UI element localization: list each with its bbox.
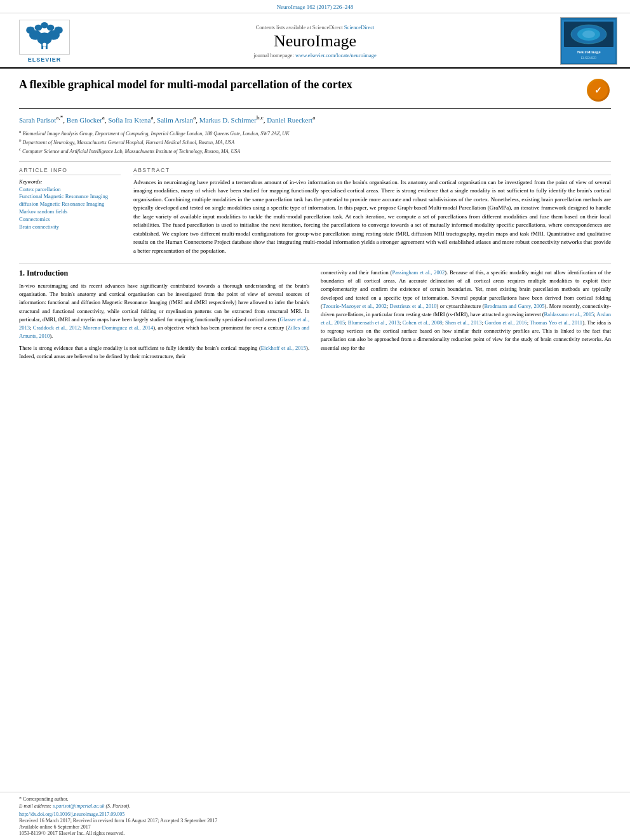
intro-para-2: There is strong evidence that a single m… bbox=[19, 344, 309, 361]
page-footer: * Corresponding author. E-mail address: … bbox=[0, 792, 630, 840]
journal-logo-right: NeuroImage ELSEVIER bbox=[554, 17, 617, 65]
content-area: A flexible graphical model for multi-mod… bbox=[0, 69, 630, 371]
keyword-connectomics[interactable]: Connectomics bbox=[19, 216, 121, 223]
sciencedirect-link[interactable]: ScienceDirect bbox=[344, 24, 375, 30]
article-info: ARTICLE INFO Keywords: Cortex parcellati… bbox=[19, 167, 121, 256]
keyword-mrf[interactable]: Markov random fields bbox=[19, 208, 121, 216]
ref-craddock-2012[interactable]: Craddock et al., 2012 bbox=[33, 324, 80, 331]
article-title-section: A flexible graphical model for multi-mod… bbox=[19, 77, 611, 109]
author-parisot[interactable]: Sarah Parisot bbox=[19, 116, 56, 124]
ref-brodmann-2005[interactable]: Brodmann and Garey, 2005 bbox=[484, 303, 544, 309]
doi-bar: NeuroImage 162 (2017) 226–248 bbox=[0, 0, 630, 13]
authors-line: Sarah Parisota,*, Ben Glockera, Sofia Ir… bbox=[19, 114, 611, 125]
journal-homepage: journal homepage: www.elsevier.com/locat… bbox=[76, 52, 554, 58]
page: NeuroImage 162 (2017) 226–248 bbox=[0, 0, 630, 840]
available-line: Available online 6 September 2017 bbox=[19, 824, 611, 830]
ref-cohen-2008[interactable]: Cohen et al., 2008 bbox=[403, 319, 443, 326]
elsevier-logo: ELSEVIER bbox=[13, 20, 76, 63]
svg-text:NeuroImage: NeuroImage bbox=[577, 50, 600, 55]
crossmark-icon: ✓ bbox=[587, 79, 610, 102]
authors-section: Sarah Parisota,*, Ben Glockera, Sofia Ir… bbox=[19, 114, 611, 125]
keyword-dmri[interactable]: diffusion Magnetic Resonance Imaging bbox=[19, 201, 121, 208]
journal-logo-image: NeuroImage ELSEVIER bbox=[560, 17, 617, 65]
section-title-label: Introduction bbox=[27, 269, 68, 277]
keyword-fmri[interactable]: Functional Magnetic Resonance Imaging bbox=[19, 193, 121, 201]
affiliations: a Biomedical Image Analysis Group, Depar… bbox=[19, 129, 611, 155]
svg-point-5 bbox=[54, 27, 62, 34]
affiliation-c: c Computer Science and Artificial Intell… bbox=[19, 147, 611, 155]
intro-para-3: connectivity and their function (Passing… bbox=[321, 269, 611, 352]
doi-link[interactable]: http://dx.doi.org/10.1016/j.neuroimage.2… bbox=[19, 811, 124, 817]
issn-line: 1053-8119/© 2017 Elsevier Inc. All right… bbox=[19, 830, 611, 836]
svg-point-8 bbox=[41, 22, 48, 29]
homepage-link[interactable]: www.elsevier.com/locate/neuroimage bbox=[295, 52, 377, 58]
doi-footer: http://dx.doi.org/10.1016/j.neuroimage.2… bbox=[19, 811, 611, 817]
elsevier-text: ELSEVIER bbox=[28, 57, 62, 63]
doi-text: NeuroImage 162 (2017) 226–248 bbox=[277, 4, 354, 10]
ref-passingham-2002[interactable]: Passingham et al., 2002 bbox=[392, 269, 445, 276]
crossmark-badge: ✓ bbox=[586, 77, 611, 103]
author-glocker[interactable]: Ben Glocker bbox=[67, 116, 102, 124]
ref-destrieux-2010[interactable]: Destrieux et al., 2010 bbox=[390, 303, 437, 309]
email-footnote: E-mail address: s.parisot@imperial.ac.uk… bbox=[19, 803, 611, 809]
svg-point-9 bbox=[43, 43, 46, 47]
abstract-header: ABSTRACT bbox=[133, 167, 611, 175]
ref-thomasyeo-2011[interactable]: Thomas Yeo et al., 2011 bbox=[530, 319, 582, 326]
contents-line: Contents lists available at ScienceDirec… bbox=[76, 24, 554, 30]
svg-rect-10 bbox=[43, 46, 46, 50]
keywords-label: Keywords: bbox=[19, 178, 121, 185]
email-link[interactable]: s.parisot@imperial.ac.uk bbox=[53, 803, 104, 809]
svg-point-16 bbox=[582, 30, 595, 38]
ref-gordon-2016[interactable]: Gordon et al., 2016 bbox=[485, 319, 526, 326]
article-info-header: ARTICLE INFO bbox=[19, 167, 121, 175]
ref-tzourio-2002[interactable]: Tzourio-Mazoyer et al., 2002 bbox=[323, 303, 387, 309]
received-line: Received 16 March 2017; Received in revi… bbox=[19, 818, 611, 823]
ref-eickhoff-2015[interactable]: Eickhoff et al., 2015 bbox=[261, 345, 306, 351]
abstract-section: ABSTRACT Advances in neuroimaging have p… bbox=[133, 167, 611, 256]
svg-text:ELSEVIER: ELSEVIER bbox=[581, 56, 597, 60]
abstract-text: Advances in neuroimaging have provided a… bbox=[133, 178, 611, 256]
author-ktena[interactable]: Sofia Ira Ktena bbox=[108, 116, 151, 124]
corresponding-footnote: * Corresponding author. bbox=[19, 796, 611, 802]
section-divider bbox=[19, 263, 611, 263]
article-meta: ARTICLE INFO Keywords: Cortex parcellati… bbox=[19, 161, 611, 256]
author-arslan[interactable]: Salim Arslan bbox=[157, 116, 193, 124]
ref-moreno-2014[interactable]: Moreno-Dominguez et al., 2014 bbox=[83, 324, 153, 331]
journal-center: Contents lists available at ScienceDirec… bbox=[76, 24, 554, 58]
affiliation-a: a Biomedical Image Analysis Group, Depar… bbox=[19, 129, 611, 137]
body-col-right: connectivity and their function (Passing… bbox=[321, 269, 611, 365]
author-schirmer[interactable]: Markus D. Schirmer bbox=[199, 116, 257, 124]
section-1-title: 1. Introduction bbox=[19, 269, 309, 278]
svg-point-4 bbox=[26, 27, 34, 34]
svg-text:✓: ✓ bbox=[594, 85, 602, 95]
article-title: A flexible graphical model for multi-mod… bbox=[19, 77, 579, 92]
ref-baldassano-2015[interactable]: Baldassano et al., 2015 bbox=[544, 311, 594, 317]
keyword-cortex[interactable]: Cortex parcellation bbox=[19, 186, 121, 194]
keyword-brain-connectivity[interactable]: Brain connectivity bbox=[19, 223, 121, 231]
ref-blumensath-2013[interactable]: Blumensath et al., 2013 bbox=[348, 319, 399, 326]
body-col-left: 1. Introduction In-vivo neuroimaging and… bbox=[19, 269, 309, 365]
affiliation-b: b Department of Neurology, Massachusetts… bbox=[19, 138, 611, 146]
elsevier-logo-box bbox=[19, 20, 70, 55]
body-columns: 1. Introduction In-vivo neuroimaging and… bbox=[19, 269, 611, 365]
intro-para-1: In-vivo neuroimaging and its recent adva… bbox=[19, 282, 309, 340]
ref-shen-2013[interactable]: Shen et al., 2013 bbox=[445, 319, 482, 326]
author-rueckert[interactable]: Daniel Rueckert bbox=[267, 116, 312, 124]
journal-name: NeuroImage bbox=[76, 32, 554, 51]
journal-header: ELSEVIER Contents lists available at Sci… bbox=[0, 13, 630, 69]
